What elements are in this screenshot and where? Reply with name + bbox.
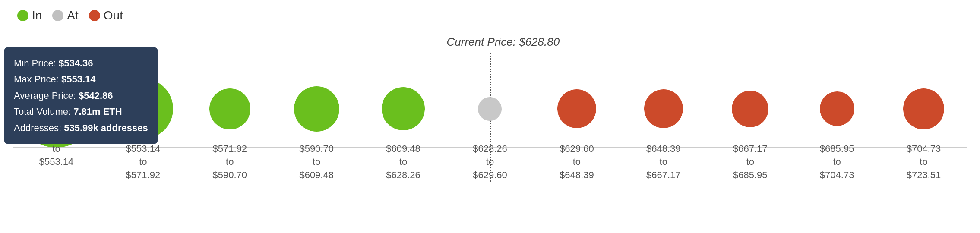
legend-label-in: In [32, 9, 42, 22]
bubble-9[interactable] [820, 91, 854, 126]
tooltip-min-label: Min Price: [14, 58, 59, 69]
legend-dot-out [89, 10, 100, 21]
bubble-7[interactable] [644, 89, 683, 128]
tooltip-max-value: $553.14 [61, 74, 96, 85]
bubble-10[interactable] [903, 88, 944, 129]
bubble-8[interactable] [732, 91, 768, 127]
tooltip-avg-value: $542.86 [79, 90, 113, 101]
legend-item-in: In [17, 9, 42, 22]
tooltip-vol-label: Total Volume: [14, 106, 73, 117]
xaxis-col-1: $553.14to$571.92 [100, 142, 187, 182]
legend-dot-in [17, 10, 28, 21]
tooltip: Min Price: $534.36 Max Price: $553.14 Av… [4, 47, 158, 144]
tooltip-addr-label: Addresses: [14, 123, 64, 133]
legend-dot-at [52, 10, 63, 21]
tooltip-addr-value: 535.99k addresses [64, 123, 148, 133]
legend-label-out: Out [104, 9, 123, 22]
tooltip-max-label: Max Price: [14, 74, 61, 85]
xaxis-col-4: $609.48to$628.26 [360, 142, 447, 182]
legend-item-out: Out [89, 9, 123, 22]
xaxis-col-0: to$553.14 [13, 142, 100, 169]
legend: In At Out [13, 9, 967, 22]
legend-item-at: At [52, 9, 78, 22]
x-axis: to$553.14$553.14to$571.92$571.92to$590.7… [13, 142, 967, 182]
bubble-6[interactable] [557, 89, 596, 128]
xaxis-col-2: $571.92to$590.70 [187, 142, 273, 182]
bubble-2[interactable] [209, 88, 250, 129]
tooltip-addr: Addresses: 535.99k addresses [14, 120, 148, 136]
bubble-4[interactable] [382, 87, 425, 130]
xaxis-col-9: $685.95to$704.73 [793, 142, 880, 182]
chart-container: In At Out Current Price: $628.80 to$553.… [0, 0, 980, 233]
xaxis-col-5: $628.26to$629.60 [447, 142, 534, 182]
tooltip-min-value: $534.36 [59, 58, 93, 69]
xaxis-col-6: $629.60to$648.39 [533, 142, 620, 182]
tooltip-avg: Average Price: $542.86 [14, 88, 148, 104]
legend-label-at: At [67, 9, 78, 22]
xaxis-col-10: $704.73to$723.51 [880, 142, 967, 182]
current-price-label: Current Price: $628.80 [447, 35, 560, 49]
tooltip-vol-value: 7.81m ETH [73, 106, 122, 117]
xaxis-col-3: $590.70to$609.48 [273, 142, 360, 182]
xaxis-col-8: $667.17to$685.95 [707, 142, 793, 182]
tooltip-avg-label: Average Price: [14, 90, 79, 101]
bubble-5[interactable] [478, 97, 502, 121]
tooltip-max: Max Price: $553.14 [14, 71, 148, 87]
tooltip-vol: Total Volume: 7.81m ETH [14, 104, 148, 120]
xaxis-col-7: $648.39to$667.17 [620, 142, 707, 182]
tooltip-min: Min Price: $534.36 [14, 55, 148, 71]
bubble-3[interactable] [294, 86, 339, 132]
